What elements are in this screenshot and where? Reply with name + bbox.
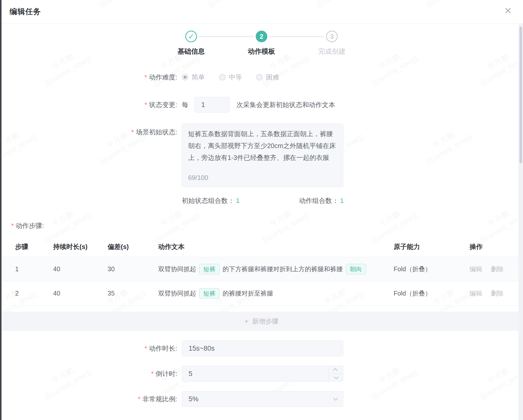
action-text-fragment: 的下方裤腿和裤腰对折到上方的裤腿和裤腰 — [223, 265, 343, 273]
table-row: 24035双臂协同抓起短裤的裤腰对折至裤腿Fold（折叠）编辑删除 — [0, 281, 523, 306]
table-header: 步骤 持续时长(s) 偏差(s) 动作文本 原子能力 操作 — [0, 237, 523, 257]
difficulty-row: *动作难度: 简单 中等 困难 — [0, 72, 523, 82]
combo-counts-row: 初始状态组合数：1 动作组合数：1 — [0, 196, 523, 205]
table-body: 14030双臂协同抓起短裤的下方裤腿和裤腰对折到上方的裤腿和裤腰朝向Fold（折… — [0, 257, 523, 306]
step-finish-create: 3 完成创建 — [297, 31, 367, 56]
col-operations: 操作 — [470, 242, 523, 251]
action-text-fragment: 双臂协同抓起 — [158, 265, 196, 273]
step-label: 动作模板 — [226, 47, 297, 56]
action-duration-row: *动作时长: 15s~80s — [0, 341, 523, 356]
radio-simple[interactable]: 简单 — [182, 73, 205, 82]
cell-duration: 40 — [53, 265, 108, 273]
col-duration: 持续时长(s) — [53, 242, 108, 251]
col-atomic-ability: 原子能力 — [394, 242, 470, 251]
delete-link[interactable]: 删除 — [491, 265, 504, 272]
chevron-up-icon — [333, 368, 337, 373]
dialog-title: 编辑任务 — [10, 7, 41, 17]
chevron-down-icon — [334, 375, 338, 379]
initial-state-label: *场景初始状态: — [0, 124, 177, 137]
countdown-input[interactable]: 5 — [182, 366, 343, 382]
cell-atomic-ability: Fold（折叠） — [394, 265, 470, 273]
unusual-ratio-label: *非常规比例: — [0, 395, 177, 404]
required-mark: * — [145, 73, 147, 81]
dialog-header: 编辑任务 ✕ — [0, 0, 523, 24]
cell-step: 1 — [15, 265, 53, 273]
cell-duration: 40 — [53, 290, 108, 297]
step-number: 3 — [326, 31, 338, 42]
cell-atomic-ability: Fold（折叠） — [394, 289, 470, 298]
cell-action-text: 双臂协同抓起短裤的下方裤腿和裤腰对折到上方的裤腿和裤腰朝向 — [158, 264, 394, 274]
action-steps-section-label: *动作步骤: — [11, 221, 523, 230]
initial-state-textarea[interactable]: 短裤五条数据背面朝上，五条数据正面朝上，裤腰朝右，离头部视野下方至少20cm之外… — [182, 124, 343, 187]
action-steps-table: 步骤 持续时长(s) 偏差(s) 动作文本 原子能力 操作 14030双臂协同抓… — [0, 237, 523, 331]
edit-link[interactable]: 编辑 — [470, 290, 482, 297]
close-icon[interactable]: ✕ — [504, 6, 512, 15]
action-text-fragment: 双臂协同抓起 — [158, 289, 196, 298]
state-change-row: *状态变更: 每 1 次采集会更新初始状态和动作文本 — [0, 97, 523, 113]
step-label: 基础信息 — [156, 47, 226, 56]
state-change-prefix: 每 — [182, 100, 188, 109]
countdown-label: *倒计时: — [0, 369, 177, 378]
add-step-button[interactable]: + 新增步骤 — [0, 312, 523, 331]
initial-combos-value: 1 — [236, 197, 239, 204]
step-action-template: 2 动作模板 — [226, 31, 297, 56]
state-change-label: *状态变更: — [0, 100, 177, 109]
difficulty-label: *动作难度: — [0, 73, 177, 82]
action-text-chip: 短裤 — [199, 288, 219, 299]
action-combos: 动作组合数：1 — [299, 196, 344, 205]
spinner-down-button[interactable] — [328, 374, 343, 382]
required-mark: * — [138, 395, 140, 403]
spinner-up-button[interactable] — [328, 366, 343, 374]
radio-icon — [256, 74, 263, 80]
action-text-chip: 短裤 — [199, 264, 219, 274]
state-change-suffix: 次采集会更新初始状态和动作文本 — [236, 100, 335, 109]
radio-icon — [219, 74, 226, 80]
step-check-icon: ✓ — [185, 31, 197, 42]
unusual-ratio-row: *非常规比例: 5% — [0, 391, 523, 407]
cell-action-text: 双臂协同抓起短裤的裤腰对折至裤腿 — [158, 288, 394, 299]
table-row: 14030双臂协同抓起短裤的下方裤腿和裤腰对折到上方的裤腿和裤腰朝向Fold（折… — [0, 257, 523, 281]
radio-label: 中等 — [229, 73, 242, 82]
cell-deviation: 30 — [108, 265, 158, 273]
radio-label: 简单 — [192, 73, 205, 82]
radio-label: 困难 — [266, 73, 279, 82]
action-text-fragment: 的裤腰对折至裤腿 — [223, 289, 273, 298]
required-mark: * — [145, 101, 147, 109]
scrollbar-thumb[interactable] — [519, 27, 522, 163]
radio-icon — [182, 74, 188, 80]
action-text-chip: 朝向 — [346, 264, 366, 274]
action-duration-input[interactable]: 15s~80s — [182, 341, 343, 356]
edit-link[interactable]: 编辑 — [470, 265, 482, 272]
initial-state-row: *场景初始状态: 短裤五条数据背面朝上，五条数据正面朝上，裤腰朝右，离头部视野下… — [0, 124, 523, 187]
required-mark: * — [11, 222, 14, 229]
radio-medium[interactable]: 中等 — [219, 73, 242, 82]
plus-icon: + — [245, 317, 249, 325]
countdown-row: *倒计时: 5 — [0, 366, 523, 382]
scrollbar-track[interactable] — [518, 24, 523, 420]
add-step-label: 新增步骤 — [252, 317, 278, 326]
cell-operations: 编辑删除 — [470, 289, 523, 298]
initial-combos: 初始状态组合数：1 — [182, 196, 239, 205]
radio-hard[interactable]: 困难 — [256, 73, 279, 82]
step-basic-info: ✓ 基础信息 — [156, 31, 226, 56]
unusual-ratio-value: 5% — [182, 391, 343, 407]
step-number: 2 — [256, 31, 267, 42]
required-mark: * — [131, 128, 134, 136]
required-mark: * — [151, 370, 154, 377]
state-change-input[interactable]: 1 — [194, 97, 230, 113]
page-left-edge — [0, 0, 2, 420]
col-deviation: 偏差(s) — [108, 242, 158, 251]
initial-state-text: 短裤五条数据背面朝上，五条数据正面朝上，裤腰朝右，离头部视野下方至少20cm之外… — [188, 130, 336, 161]
action-combos-value: 1 — [340, 197, 344, 204]
step-label: 完成创建 — [297, 47, 367, 56]
cell-deviation: 35 — [108, 290, 158, 297]
action-duration-label: *动作时长: — [0, 344, 177, 353]
stepper: ✓ 基础信息 2 动作模板 3 完成创建 — [156, 31, 367, 63]
required-mark: * — [145, 345, 147, 352]
unusual-ratio-select[interactable]: 5% — [182, 391, 343, 407]
cell-operations: 编辑删除 — [470, 265, 523, 273]
delete-link[interactable]: 删除 — [491, 290, 504, 297]
col-action-text: 动作文本 — [158, 242, 394, 251]
char-counter: 69/100 — [188, 172, 208, 184]
cell-step: 2 — [15, 290, 53, 297]
